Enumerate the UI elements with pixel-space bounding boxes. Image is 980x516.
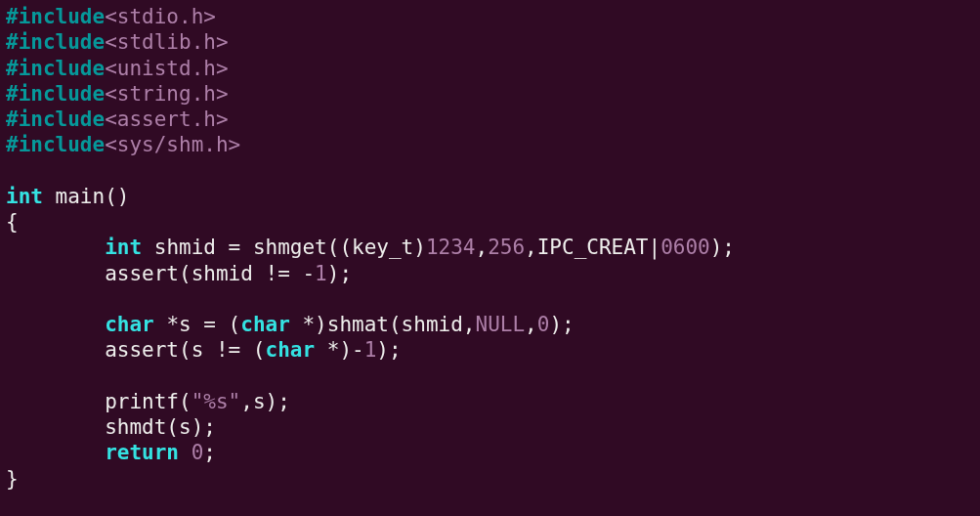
code-token: 0600 bbox=[660, 236, 710, 259]
code-token bbox=[179, 441, 192, 464]
code-token: #include bbox=[6, 5, 105, 28]
code-line[interactable]: #include<stdlib.h> bbox=[6, 30, 229, 54]
code-token: { bbox=[6, 210, 19, 234]
code-line[interactable]: { bbox=[6, 210, 19, 234]
code-token: #include bbox=[6, 82, 105, 106]
code-token: ,IPC_CREAT| bbox=[525, 236, 660, 259]
code-token: 1 bbox=[315, 262, 327, 285]
code-line[interactable]: char *s = (char *)shmat(shmid,NULL,0); bbox=[6, 313, 575, 336]
code-token bbox=[6, 236, 105, 259]
code-token bbox=[6, 313, 105, 336]
code-token: #include bbox=[6, 133, 105, 156]
code-token: char bbox=[240, 313, 290, 336]
code-token: <stdio.h> bbox=[105, 5, 216, 28]
code-token: char bbox=[105, 313, 154, 336]
code-token: , bbox=[475, 236, 488, 259]
code-token: char bbox=[266, 338, 316, 362]
code-token: <unistd.h> bbox=[105, 57, 228, 80]
code-line[interactable]: printf("%s",s); bbox=[6, 390, 290, 413]
code-editor-surface[interactable]: #include<stdio.h> #include<stdlib.h> #in… bbox=[0, 0, 980, 495]
code-token: <sys/shm.h> bbox=[105, 133, 240, 156]
code-line[interactable]: } bbox=[6, 467, 19, 491]
code-token: <assert.h> bbox=[105, 108, 228, 131]
code-line[interactable]: assert(shmid != -1); bbox=[6, 262, 352, 285]
code-token: int bbox=[6, 185, 43, 208]
code-line[interactable]: #include<sys/shm.h> bbox=[6, 133, 240, 156]
code-token: #include bbox=[6, 108, 105, 131]
code-token: ,s); bbox=[240, 390, 290, 413]
code-line[interactable]: int main() bbox=[6, 185, 129, 208]
code-line[interactable]: return 0; bbox=[6, 441, 216, 464]
code-token: } bbox=[6, 467, 19, 491]
code-token: 1234 bbox=[426, 236, 476, 259]
code-token: *s = ( bbox=[154, 313, 241, 336]
code-token: int bbox=[105, 236, 142, 259]
code-token: main() bbox=[43, 185, 130, 208]
code-token: ); bbox=[549, 313, 574, 336]
code-line[interactable]: #include<stdio.h> bbox=[6, 5, 216, 28]
code-line[interactable]: #include<unistd.h> bbox=[6, 57, 229, 80]
code-token: ); bbox=[710, 236, 735, 259]
code-token: shmdt(s); bbox=[6, 415, 216, 439]
code-line[interactable]: #include<string.h> bbox=[6, 82, 229, 106]
code-token: *)shmat(shmid, bbox=[290, 313, 476, 336]
code-token: <stdlib.h> bbox=[105, 30, 228, 54]
code-token: ); bbox=[327, 262, 352, 285]
code-token: assert(s != ( bbox=[6, 338, 266, 362]
code-token: printf( bbox=[6, 390, 192, 413]
code-token: #include bbox=[6, 30, 105, 54]
code-line[interactable]: #include<assert.h> bbox=[6, 108, 229, 131]
code-token: assert(shmid != - bbox=[6, 262, 315, 285]
code-token: #include bbox=[6, 57, 105, 80]
code-token: "%s" bbox=[192, 390, 241, 413]
code-line[interactable]: assert(s != (char *)-1); bbox=[6, 338, 402, 362]
code-line[interactable]: shmdt(s); bbox=[6, 415, 216, 439]
code-token bbox=[6, 441, 105, 464]
code-token: NULL bbox=[475, 313, 525, 336]
code-token: ); bbox=[376, 338, 401, 362]
code-token: return bbox=[105, 441, 179, 464]
code-token: 256 bbox=[488, 236, 525, 259]
code-token: 0 bbox=[192, 441, 204, 464]
code-token: 1 bbox=[364, 338, 377, 362]
code-token: 0 bbox=[537, 313, 550, 336]
code-token: <string.h> bbox=[105, 82, 228, 106]
code-token: , bbox=[525, 313, 537, 336]
code-token: *)- bbox=[315, 338, 364, 362]
code-line[interactable]: int shmid = shmget((key_t)1234,256,IPC_C… bbox=[6, 236, 735, 259]
code-token: shmid = shmget((key_t) bbox=[142, 236, 426, 259]
code-token: ; bbox=[203, 441, 216, 464]
